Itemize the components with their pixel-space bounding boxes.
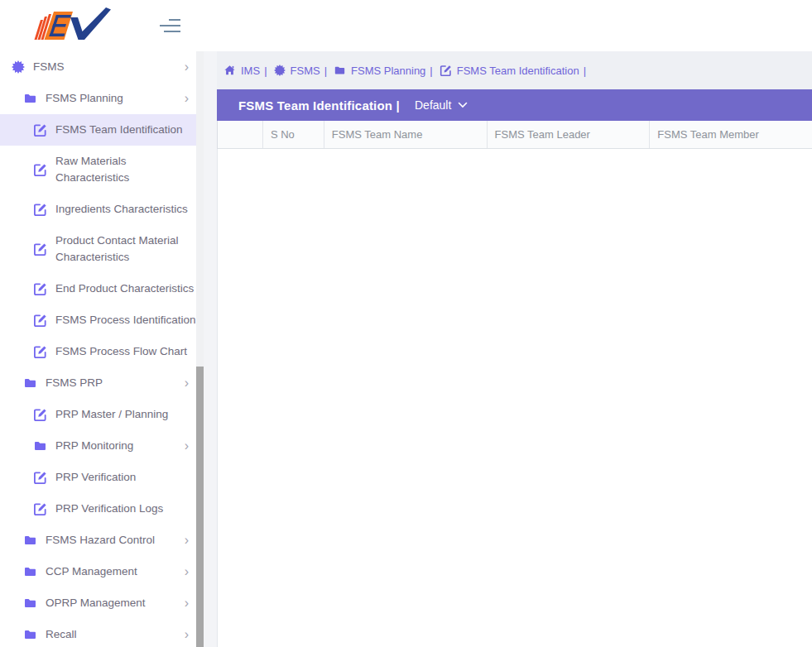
breadcrumb-item-fsms-planning[interactable]: FSMS Planning | — [334, 65, 440, 77]
sidebar-scrollbar-thumb[interactable] — [196, 367, 204, 647]
folder-icon — [23, 628, 37, 641]
sidebar-item-fsms-hazard-control[interactable]: FSMS Hazard Control › — [0, 525, 196, 556]
page-title: FSMS Team Identification | — [238, 98, 400, 113]
chevron-right-icon: › — [185, 60, 196, 74]
breadcrumb-label: FSMS Planning — [351, 65, 425, 77]
gear-badge-icon — [12, 60, 25, 74]
folder-icon — [33, 439, 47, 453]
sidebar-main-divider — [204, 51, 217, 647]
sidebar-item-label: OPRP Management — [46, 587, 146, 619]
ev-logo-icon — [30, 7, 114, 45]
sidebar-item-prp-verification[interactable]: PRP Verification › — [0, 462, 196, 493]
chevron-right-icon: › — [185, 628, 196, 641]
hamburger-menu-icon — [156, 16, 181, 36]
view-selector-label: Default — [415, 98, 451, 112]
sidebar: FSMS › FSMS Planning › FSMS Team Identif… — [0, 51, 196, 647]
chevron-right-icon: › — [185, 376, 196, 390]
view-selector-dropdown[interactable]: Default — [415, 98, 468, 112]
sidebar-item-label: Recall — [46, 619, 77, 647]
chevron-right-icon: › — [185, 439, 196, 453]
folder-icon — [23, 534, 37, 547]
edit-icon — [33, 203, 47, 217]
breadcrumb-label: FSMS Team Identification — [457, 65, 579, 77]
sidebar-item-prp-verification-logs[interactable]: PRP Verification Logs › — [0, 493, 196, 525]
table-column-header-s-no[interactable]: S No — [262, 121, 324, 148]
sidebar-item-label: Ingredients Characteristics — [55, 194, 188, 225]
sidebar-item-fsms-process-flow-chart[interactable]: FSMS Process Flow Chart › — [0, 336, 196, 367]
sidebar-item-raw-materials-characteristics[interactable]: Raw Materials Characteristics › — [0, 146, 196, 194]
table-body — [217, 149, 812, 647]
column-label: FSMS Team Name — [332, 128, 423, 141]
chevron-right-icon: › — [185, 597, 196, 610]
sidebar-item-label: FSMS Hazard Control — [46, 525, 155, 556]
sidebar-item-label: PRP Verification Logs — [55, 493, 163, 525]
gear-badge-icon — [274, 65, 286, 76]
edit-icon — [33, 282, 47, 296]
edit-icon — [33, 502, 47, 516]
chevron-right-icon: › — [185, 92, 196, 105]
sidebar-item-label: Product Contact Material Characteristics — [55, 225, 196, 273]
column-label: S No — [271, 128, 295, 141]
sidebar-item-label: CCP Management — [46, 556, 137, 587]
table-column-header-fsms-team-leader[interactable]: FSMS Team Leader — [487, 121, 650, 148]
table-header-row: S No FSMS Team Name FSMS Team Leader FSM… — [217, 121, 812, 149]
breadcrumb-item-fsms[interactable]: FSMS | — [274, 65, 334, 77]
sidebar-item-label: Raw Materials Characteristics — [55, 146, 196, 194]
folder-icon — [23, 92, 37, 105]
folder-icon — [23, 597, 37, 610]
edit-icon — [33, 314, 47, 328]
sidebar-item-label: FSMS Planning — [46, 83, 123, 114]
sidebar-scrollbar-track[interactable] — [196, 51, 204, 647]
chevron-down-icon — [458, 102, 468, 108]
sidebar-item-product-contact-material-characteristics[interactable]: Product Contact Material Characteristics… — [0, 225, 196, 273]
folder-icon — [334, 65, 346, 76]
top-header — [0, 0, 812, 51]
folder-icon — [23, 565, 37, 578]
breadcrumb-item-ims[interactable]: IMS | — [223, 65, 274, 77]
edit-icon — [33, 123, 47, 137]
main-content: IMS | FSMS | FSMS Planning | — [217, 51, 812, 647]
home-icon — [223, 65, 236, 76]
sidebar-item-fsms-planning[interactable]: FSMS Planning › — [0, 83, 196, 114]
page-title-bar: FSMS Team Identification | Default — [217, 89, 812, 121]
sidebar-item-prp-master-planning[interactable]: PRP Master / Planning › — [0, 399, 196, 430]
table-column-header-fsms-team-name[interactable]: FSMS Team Name — [324, 121, 487, 148]
table-column-header[interactable] — [218, 121, 262, 148]
column-label: FSMS Team Member — [657, 128, 759, 141]
breadcrumb-label: IMS — [241, 65, 260, 77]
sidebar-item-label: PRP Verification — [55, 462, 136, 493]
breadcrumb-separator: | — [430, 65, 432, 77]
breadcrumb-separator: | — [584, 65, 586, 77]
sidebar-item-label: FSMS — [33, 51, 65, 83]
menu-toggle-button[interactable] — [154, 14, 184, 37]
sidebar-item-fsms-process-identification[interactable]: FSMS Process Identification › — [0, 304, 196, 336]
sidebar-item-end-product-characteristics[interactable]: End Product Characteristics › — [0, 273, 196, 304]
breadcrumb-separator: | — [264, 65, 267, 77]
sidebar-item-label: PRP Monitoring — [55, 430, 133, 462]
sidebar-item-label: FSMS Team Identification — [55, 114, 183, 146]
sidebar-item-ccp-management[interactable]: CCP Management › — [0, 556, 196, 587]
sidebar-item-recall[interactable]: Recall › — [0, 619, 196, 647]
sidebar-nav: FSMS › FSMS Planning › FSMS Team Identif… — [0, 51, 196, 647]
chevron-right-icon: › — [185, 534, 196, 547]
sidebar-item-fsms-prp[interactable]: FSMS PRP › — [0, 367, 196, 399]
sidebar-item-label: FSMS Process Flow Chart — [55, 336, 187, 367]
column-label: FSMS Team Leader — [495, 128, 590, 141]
edit-icon — [33, 345, 47, 359]
sidebar-item-label: End Product Characteristics — [55, 273, 194, 304]
sidebar-item-prp-monitoring[interactable]: PRP Monitoring › — [0, 430, 196, 462]
table-column-header-fsms-team-member[interactable]: FSMS Team Member — [649, 121, 812, 148]
app-logo[interactable] — [30, 7, 114, 45]
edit-icon — [33, 163, 47, 177]
edit-icon — [33, 242, 47, 256]
sidebar-item-oprp-management[interactable]: OPRP Management › — [0, 587, 196, 619]
sidebar-item-ingredients-characteristics[interactable]: Ingredients Characteristics › — [0, 194, 196, 225]
edit-icon — [440, 65, 452, 77]
sidebar-item-label: FSMS Process Identification — [55, 304, 196, 336]
sidebar-item-fsms-team-identification[interactable]: FSMS Team Identification › — [0, 114, 196, 146]
sidebar-item-fsms[interactable]: FSMS › — [0, 51, 196, 83]
sidebar-item-label: FSMS PRP — [46, 367, 103, 399]
breadcrumb-item-fsms-team-identification[interactable]: FSMS Team Identification | — [440, 65, 593, 77]
chevron-right-icon: › — [185, 565, 196, 578]
edit-icon — [33, 408, 47, 422]
